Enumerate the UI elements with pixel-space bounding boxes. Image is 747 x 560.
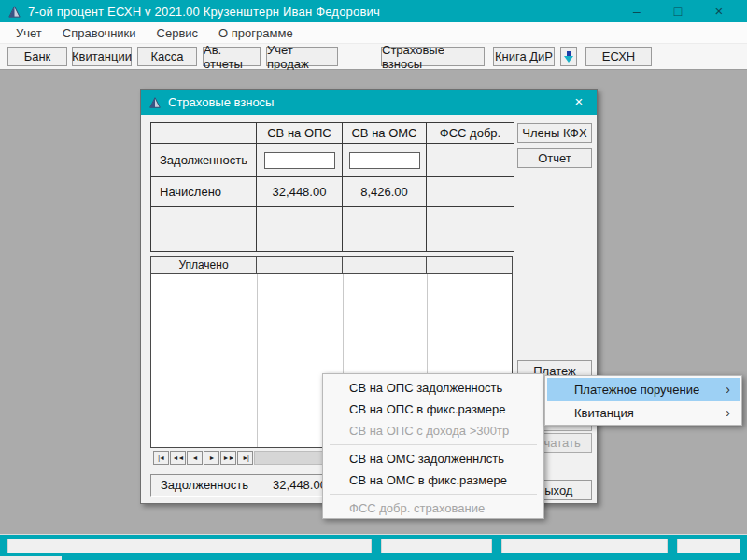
kniga-dir-button[interactable]: Книга ДиР xyxy=(493,47,555,66)
app-window: 7-ой процент ЕСХН v 2021.00 Крузенштерн … xyxy=(0,0,747,560)
status-panel xyxy=(381,539,492,553)
submenu-item-label: Платежное поручение xyxy=(574,383,699,397)
col-header-ops: СВ на ОПС xyxy=(257,123,343,144)
menu-separator xyxy=(330,494,537,495)
uchet-prodazh-button[interactable]: Учет продаж xyxy=(266,47,338,66)
status-panel xyxy=(677,539,740,553)
col-header-oms: СВ на ОМС xyxy=(343,123,427,144)
dialog-titlebar: Страховые взносы × xyxy=(141,90,597,115)
bottom-left-sliver xyxy=(0,556,62,560)
menu-item-ops-fixed[interactable]: СВ на ОПС в фикс.размере xyxy=(323,399,543,420)
submenu-item-receipt[interactable]: Квитанция › xyxy=(547,401,740,425)
menubar: Учет Справочники Сервис О программе xyxy=(0,22,747,44)
close-button[interactable]: × xyxy=(698,0,740,22)
grid-divider xyxy=(257,274,258,447)
nav-fast-prev-button[interactable]: ◄◄ xyxy=(170,451,186,465)
members-kfh-button[interactable]: Члены КФХ xyxy=(517,123,592,143)
dialog-logo-icon xyxy=(148,96,162,109)
statusbar xyxy=(0,534,747,560)
debt-oms-input[interactable] xyxy=(349,152,420,169)
bank-button[interactable]: Банк xyxy=(7,47,67,66)
kvitancii-button[interactable]: Квитанции xyxy=(72,47,132,66)
menu-servis[interactable]: Сервис xyxy=(147,26,209,40)
strahovye-vznosy-button[interactable]: Страховые взносы xyxy=(381,47,485,66)
paid-grid-header: Уплачено xyxy=(151,257,512,274)
av-otchety-button[interactable]: Ав. отчеты xyxy=(203,47,261,66)
submenu-item-label: Квитанция xyxy=(574,406,634,420)
record-navigator: |◄ ◄◄ ◄ ► ►► ►| xyxy=(153,451,254,465)
menu-spravochniki[interactable]: Справочники xyxy=(52,26,147,40)
menu-uchet[interactable]: Учет xyxy=(6,26,52,40)
submenu-arrow-icon: › xyxy=(726,378,730,401)
menu-item-oms-debt[interactable]: СВ на ОМС задолженнлсть xyxy=(323,448,543,469)
menu-o-programme[interactable]: О программе xyxy=(208,26,303,40)
summary-label: Задолженность xyxy=(161,478,248,492)
toolbar: Банк Квитанции Касса Ав. отчеты Учет про… xyxy=(0,44,747,70)
payment-type-submenu: Платежное поручение › Квитанция › xyxy=(544,375,742,426)
debt-fss-cell xyxy=(427,144,514,177)
nav-next-button[interactable]: ► xyxy=(204,451,219,465)
menu-item-oms-fixed[interactable]: СВ на ОМС в фикс.размере xyxy=(323,469,543,491)
row-label-accrued: Начислено xyxy=(151,177,257,207)
accrued-ops-value: 32,448.00 xyxy=(257,177,343,207)
col-header-fss: ФСС добр. xyxy=(427,123,514,144)
dialog-close-icon[interactable]: × xyxy=(571,93,587,109)
debt-ops-input[interactable] xyxy=(264,152,335,169)
kassa-button[interactable]: Касса xyxy=(137,47,197,66)
contributions-table: СВ на ОПС СВ на ОМС ФСС добр. Задолженно… xyxy=(150,122,514,252)
app-logo-icon xyxy=(7,5,21,19)
table-row-empty xyxy=(151,207,514,251)
menu-item-fss-voluntary[interactable]: ФСС добр. страхование xyxy=(323,497,543,519)
status-panel xyxy=(7,539,372,553)
row-label-debt: Задолженность xyxy=(151,144,257,177)
nav-first-button[interactable]: |◄ xyxy=(153,451,169,465)
table-row-debt: Задолженность xyxy=(151,144,514,177)
col-header-empty xyxy=(151,123,257,144)
accrued-oms-value: 8,426.00 xyxy=(343,177,427,207)
minimize-button[interactable]: – xyxy=(616,0,657,22)
submenu-item-payment-order[interactable]: Платежное поручение › xyxy=(547,378,740,401)
import-button[interactable] xyxy=(560,47,577,66)
table-row-accrued: Начислено 32,448.00 8,426.00 xyxy=(151,177,514,207)
status-panel xyxy=(501,539,668,553)
paid-header-label: Уплачено xyxy=(151,257,257,273)
menu-item-ops-debt[interactable]: СВ на ОПС задолженность xyxy=(323,377,543,399)
blue-down-arrow-icon xyxy=(562,49,575,64)
accrued-fss-value xyxy=(427,177,514,207)
window-title: 7-ой процент ЕСХН v 2021.00 Крузенштерн … xyxy=(28,5,380,19)
maximize-button[interactable]: □ xyxy=(657,0,698,22)
menu-item-ops-over300[interactable]: СВ на ОПС с дохода >300тр xyxy=(323,420,543,441)
eshn-button[interactable]: ЕСХН xyxy=(585,47,652,66)
payment-context-menu: СВ на ОПС задолженность СВ на ОПС в фикс… xyxy=(322,373,544,519)
nav-prev-button[interactable]: ◄ xyxy=(187,451,203,465)
menu-separator xyxy=(330,444,537,445)
report-button[interactable]: Отчет xyxy=(517,148,592,168)
submenu-arrow-icon: › xyxy=(726,401,730,425)
window-titlebar: 7-ой процент ЕСХН v 2021.00 Крузенштерн … xyxy=(0,0,747,22)
nav-fast-next-button[interactable]: ►► xyxy=(220,451,236,465)
nav-last-button[interactable]: ►| xyxy=(237,451,253,465)
dialog-title: Страховые взносы xyxy=(168,95,274,109)
